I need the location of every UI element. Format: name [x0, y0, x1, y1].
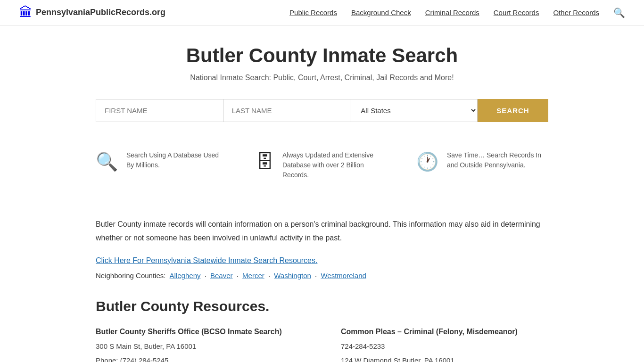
nav-other-records[interactable]: Other Records: [553, 8, 599, 16]
nav-court-records[interactable]: Court Records: [494, 8, 539, 16]
features-row: 🔍 Search Using A Database Used By Millio…: [96, 146, 548, 194]
logo-text: PennsylvaniaPublicRecords.org: [36, 8, 165, 17]
common-pleas-address: 124 W Diamond St Butler, PA 16001: [341, 355, 548, 362]
resource-common-pleas: Common Pleas – Criminal (Felony, Misdeme…: [341, 328, 548, 362]
search-form: All StatesAlabamaAlaskaArizonaArkansasCa…: [96, 99, 548, 122]
nav-background-check[interactable]: Background Check: [351, 8, 411, 16]
resource-sheriffs: Butler County Sheriffs Office (BCSO Inma…: [96, 328, 303, 362]
last-name-input[interactable]: [223, 99, 350, 122]
resources-title: Butler County Resources.: [96, 298, 548, 314]
county-allegheny[interactable]: Allegheny: [170, 272, 201, 280]
nav-criminal-records[interactable]: Criminal Records: [425, 8, 479, 16]
common-pleas-name: Common Pleas – Criminal (Felony, Misdeme…: [341, 328, 548, 336]
clock-feature-icon: 🕐: [416, 151, 438, 172]
states-select[interactable]: All StatesAlabamaAlaskaArizonaArkansasCa…: [350, 99, 478, 122]
sheriffs-name: Butler County Sheriffs Office (BCSO Inma…: [96, 328, 303, 336]
search-button[interactable]: SEARCH: [478, 99, 548, 122]
header-search-icon[interactable]: 🔍: [613, 7, 625, 18]
feature-time-text: Save Time… Search Records In and Outside…: [447, 150, 548, 170]
neighboring-counties-label: Neighboring Counties:: [96, 272, 165, 280]
county-mercer[interactable]: Mercer: [242, 272, 264, 280]
sheriffs-address: 300 S Main St, Butler, PA 16001: [96, 341, 303, 352]
database-feature-icon: 🗄: [256, 151, 274, 172]
resources-grid: Butler County Sheriffs Office (BCSO Inma…: [96, 328, 548, 362]
county-beaver[interactable]: Beaver: [210, 272, 233, 280]
page-subtitle: National Inmate Search: Public, Court, A…: [96, 74, 548, 82]
feature-database: 🗄 Always Updated and Extensive Database …: [256, 150, 388, 180]
feature-search: 🔍 Search Using A Database Used By Millio…: [96, 150, 228, 172]
nav-public-records[interactable]: Public Records: [289, 8, 337, 16]
feature-search-text: Search Using A Database Used By Millions…: [126, 150, 228, 170]
page-title: Butler County Inmate Search: [96, 44, 548, 67]
statewide-link[interactable]: Click Here For Pennsylvania Statewide In…: [96, 256, 548, 265]
page-description: Butler County inmate records will contai…: [96, 218, 548, 245]
main-nav: Public Records Background Check Criminal…: [289, 7, 625, 18]
site-logo[interactable]: 🏛 PennsylvaniaPublicRecords.org: [19, 5, 165, 20]
feature-time: 🕐 Save Time… Search Records In and Outsi…: [416, 150, 548, 172]
neighboring-counties: Neighboring Counties: Allegheny · Beaver…: [96, 272, 548, 280]
common-pleas-phone: 724-284-5233: [341, 341, 548, 352]
county-westmoreland[interactable]: Westmoreland: [321, 272, 366, 280]
logo-icon: 🏛: [19, 5, 32, 20]
search-feature-icon: 🔍: [96, 151, 118, 172]
county-washington[interactable]: Washington: [274, 272, 311, 280]
sheriffs-phone: Phone: (724) 284-5245: [96, 355, 303, 362]
feature-database-text: Always Updated and Extensive Database wi…: [282, 150, 388, 180]
first-name-input[interactable]: [96, 99, 223, 122]
